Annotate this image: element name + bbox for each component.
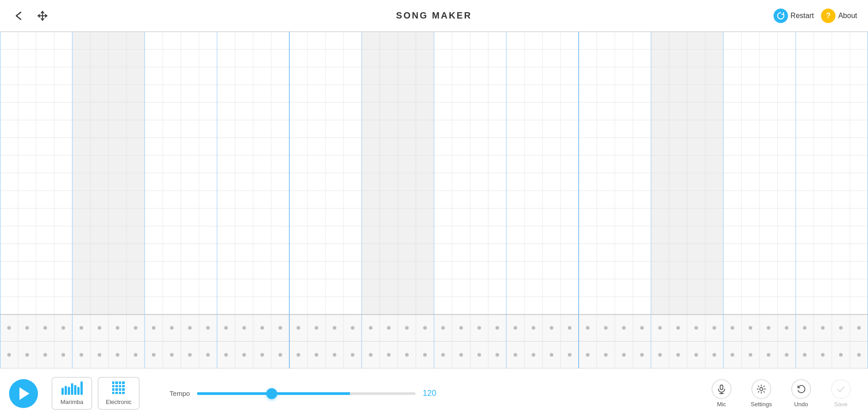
svg-point-165 <box>767 326 770 330</box>
mic-label: Mic <box>717 401 726 408</box>
electronic-icon <box>112 381 126 395</box>
svg-point-182 <box>206 353 210 357</box>
svg-point-196 <box>459 353 463 357</box>
svg-point-199 <box>514 353 517 357</box>
toolbar-right: Mic Settings Undo <box>703 376 859 411</box>
svg-point-124 <box>25 326 29 330</box>
tempo-group: Tempo 120 <box>170 388 441 399</box>
electronic-button[interactable]: Electronic <box>98 377 140 410</box>
svg-point-125 <box>43 326 47 330</box>
toolbar: Marimba <box>0 368 868 418</box>
svg-point-155 <box>586 326 590 330</box>
save-button[interactable]: Save <box>823 376 859 411</box>
svg-point-218 <box>857 353 861 357</box>
tempo-slider-wrap <box>197 388 415 399</box>
mic-icon <box>717 384 726 394</box>
settings-button[interactable]: Settings <box>743 376 779 411</box>
svg-point-205 <box>622 353 626 357</box>
svg-point-139 <box>297 326 300 330</box>
svg-point-207 <box>658 353 662 357</box>
svg-point-170 <box>857 326 861 330</box>
mic-icon-circle <box>712 379 731 399</box>
grid-wrapper[interactable] <box>0 32 868 368</box>
svg-point-138 <box>278 326 282 330</box>
svg-point-168 <box>821 326 825 330</box>
instrument-group: Marimba <box>49 377 142 410</box>
save-label: Save <box>834 401 848 408</box>
svg-point-152 <box>532 326 535 330</box>
svg-point-198 <box>495 353 499 357</box>
svg-point-163 <box>731 326 734 330</box>
gear-icon <box>756 384 766 394</box>
header-left <box>11 8 51 24</box>
svg-point-162 <box>712 326 716 330</box>
svg-point-151 <box>514 326 517 330</box>
svg-point-158 <box>640 326 644 330</box>
about-icon: ? <box>821 9 835 23</box>
svg-point-208 <box>676 353 680 357</box>
header-right: Restart ? About <box>774 9 857 23</box>
svg-point-194 <box>423 353 427 357</box>
svg-point-191 <box>369 353 373 357</box>
grid-svg[interactable] <box>0 32 868 368</box>
svg-point-141 <box>333 326 336 330</box>
svg-point-132 <box>170 326 174 330</box>
svg-point-173 <box>43 353 47 357</box>
svg-point-154 <box>568 326 571 330</box>
svg-point-160 <box>676 326 680 330</box>
settings-label: Settings <box>751 401 772 408</box>
svg-point-134 <box>206 326 210 330</box>
play-button[interactable] <box>9 379 38 408</box>
svg-point-172 <box>25 353 29 357</box>
svg-point-153 <box>550 326 553 330</box>
svg-point-169 <box>839 326 843 330</box>
svg-point-211 <box>731 353 734 357</box>
svg-point-150 <box>495 326 499 330</box>
marimba-label: Marimba <box>61 399 84 405</box>
svg-point-129 <box>116 326 119 330</box>
svg-point-156 <box>604 326 608 330</box>
svg-point-202 <box>568 353 571 357</box>
svg-point-147 <box>441 326 445 330</box>
svg-point-142 <box>351 326 354 330</box>
svg-point-167 <box>803 326 807 330</box>
back-icon <box>13 9 25 22</box>
svg-rect-219 <box>720 385 723 390</box>
svg-point-183 <box>224 353 228 357</box>
move-button[interactable] <box>34 8 51 24</box>
svg-point-214 <box>785 353 788 357</box>
svg-point-140 <box>315 326 318 330</box>
svg-point-145 <box>405 326 409 330</box>
undo-label: Undo <box>794 401 808 408</box>
svg-point-178 <box>134 353 137 357</box>
svg-point-135 <box>224 326 228 330</box>
svg-point-174 <box>61 353 65 357</box>
settings-icon-circle <box>751 379 771 399</box>
about-button[interactable]: ? About <box>821 9 857 23</box>
svg-point-217 <box>839 353 843 357</box>
back-button[interactable] <box>11 8 27 24</box>
header: SONG MAKER Restart ? About <box>0 0 868 32</box>
svg-point-180 <box>170 353 174 357</box>
restart-label: Restart <box>791 12 814 20</box>
svg-point-161 <box>694 326 698 330</box>
play-icon <box>19 387 29 400</box>
marimba-button[interactable]: Marimba <box>52 377 92 410</box>
undo-button[interactable]: Undo <box>783 376 819 411</box>
mic-button[interactable]: Mic <box>703 376 740 411</box>
svg-point-216 <box>821 353 825 357</box>
tempo-label: Tempo <box>170 390 190 397</box>
svg-point-177 <box>116 353 119 357</box>
grid-area[interactable] <box>0 32 868 368</box>
svg-point-171 <box>7 353 11 357</box>
restart-button[interactable]: Restart <box>774 9 814 23</box>
tempo-slider[interactable] <box>197 388 415 399</box>
svg-point-126 <box>61 326 65 330</box>
undo-icon-circle <box>791 379 811 399</box>
svg-point-146 <box>423 326 427 330</box>
svg-point-201 <box>550 353 553 357</box>
checkmark-icon <box>836 384 846 394</box>
svg-point-210 <box>712 353 716 357</box>
svg-point-193 <box>405 353 409 357</box>
about-label: About <box>838 12 857 20</box>
